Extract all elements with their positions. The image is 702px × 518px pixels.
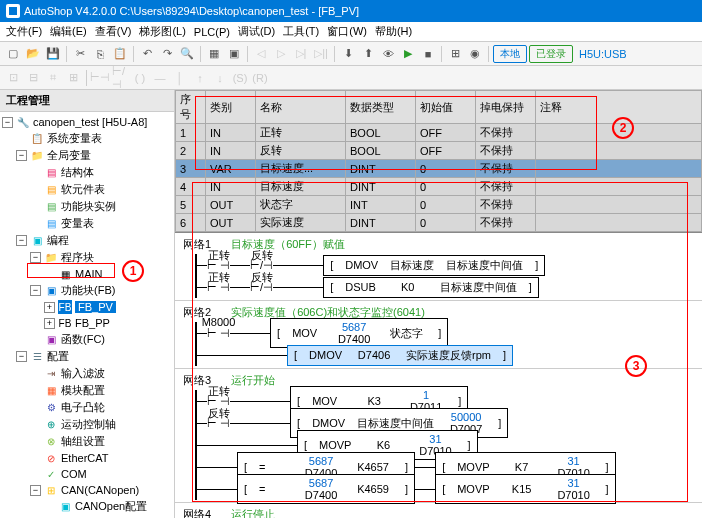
tree-struct[interactable]: ▤结构体 [0,164,174,181]
tree-soft[interactable]: ▤软元件表 [0,181,174,198]
menu-debug[interactable]: 调试(D) [238,24,275,39]
coil-icon[interactable]: ( ) [131,69,149,87]
rising-icon[interactable]: ↑ [191,69,209,87]
menu-edit[interactable]: 编辑(E) [50,24,87,39]
tree-main[interactable]: ▦MAIN [0,266,174,282]
tree-root[interactable]: −🔧canopen_test [H5U-A8] [0,114,174,130]
paste-icon[interactable]: 📋 [111,45,129,63]
tree-ethercat[interactable]: ⊘EtherCAT [0,450,174,466]
tree-progblk[interactable]: −📁程序块 [0,249,174,266]
menu-help[interactable]: 帮助(H) [375,24,412,39]
table-row[interactable]: 6OUT实际速度DINT0不保持 [176,214,702,232]
table-row[interactable]: 1IN正转BOOLOFF不保持 [176,124,702,142]
falling-icon[interactable]: ↓ [211,69,229,87]
table-row[interactable]: 5OUT状态字INT0不保持 [176,196,702,214]
table-row-selected[interactable]: 3VAR目标速度...DINT0不保持 [176,160,702,178]
open-icon[interactable]: 📂 [24,45,42,63]
build-icon[interactable]: ▣ [225,45,243,63]
tree-ecam[interactable]: ⚙电子凸轮 [0,399,174,416]
tree-fbpv[interactable]: +FBFB_PV [0,299,174,315]
tb2-2[interactable]: ⊟ [24,69,42,87]
col-class[interactable]: 类别 [206,91,256,124]
grid-icon[interactable]: ⊞ [446,45,464,63]
contact-nc[interactable]: 反转⊢/⊣ [250,281,273,294]
next-icon[interactable]: ▷ [272,45,290,63]
instr-dsub[interactable]: [DSUBK0目标速度中间值] [323,277,539,298]
find-icon[interactable]: 🔍 [178,45,196,63]
compare-instr[interactable]: [=5687D7400K4659] [237,474,415,504]
tree-motion[interactable]: ⊕运动控制轴 [0,416,174,433]
tree-sysvars[interactable]: 📋系统变量表 [0,130,174,147]
menu-ladder[interactable]: 梯形图(L) [139,24,185,39]
instr-dmov-highlighted[interactable]: [DMOVD7406实际速度反馈rpm] [287,345,513,366]
ladder-editor[interactable]: 网络1目标速度（60FF）赋值 正转⊢ ⊣反转⊢/⊣[DMOV目标速度目标速度中… [175,233,702,518]
local-pill[interactable]: 本地 [493,45,527,63]
tree-global[interactable]: −📁全局变量 [0,147,174,164]
tb2-3[interactable]: ⌗ [44,69,62,87]
save-icon[interactable]: 💾 [44,45,62,63]
set-icon[interactable]: (S) [231,69,249,87]
tree-vartab[interactable]: ▤变量表 [0,215,174,232]
cut-icon[interactable]: ✂ [71,45,89,63]
instr[interactable]: [MOVPK1531D7010] [435,474,616,504]
tree-cfg[interactable]: −☰配置 [0,348,174,365]
new-icon[interactable]: ▢ [4,45,22,63]
copy-icon[interactable]: ⎘ [91,45,109,63]
instr-dmov[interactable]: [DMOV目标速度目标速度中间值] [323,255,545,276]
contact[interactable]: M8000⊢ ⊣ [207,327,230,340]
redo-icon[interactable]: ↷ [158,45,176,63]
contact[interactable]: 反转⊢ ⊣ [207,417,230,430]
watch-icon[interactable]: ◉ [466,45,484,63]
tree-fbinst[interactable]: ▤功能块实例 [0,198,174,215]
menu-plc[interactable]: PLC(P) [194,26,230,38]
menu-view[interactable]: 查看(V) [95,24,132,39]
col-init[interactable]: 初始值 [416,91,476,124]
tree-com[interactable]: ✓COM [0,466,174,482]
tree-fc[interactable]: ▣函数(FC) [0,331,174,348]
logged-pill[interactable]: 已登录 [529,45,573,63]
tb2-4[interactable]: ⊞ [64,69,82,87]
contact-no-icon[interactable]: ⊢⊣ [91,69,109,87]
compile-icon[interactable]: ▦ [205,45,223,63]
prev-icon[interactable]: ◁ [252,45,270,63]
network-4[interactable]: 网络4运行停止 正转⊢/⊣反转⊢/⊣[MOVPK631D7010] [175,503,702,518]
col-comment[interactable]: 注释 [536,91,702,124]
vline-icon[interactable]: │ [171,69,189,87]
run-icon[interactable]: ▶ [399,45,417,63]
skip-icon[interactable]: ▷| [292,45,310,63]
hline-icon[interactable]: — [151,69,169,87]
menu-window[interactable]: 窗口(W) [327,24,367,39]
tree-axiscfg[interactable]: ⊗轴组设置 [0,433,174,450]
project-tree[interactable]: −🔧canopen_test [H5U-A8] 📋系统变量表 −📁全局变量 ▤结… [0,112,174,518]
network-1[interactable]: 网络1目标速度（60FF）赋值 正转⊢ ⊣反转⊢/⊣[DMOV目标速度目标速度中… [175,233,702,301]
contact-nc-icon[interactable]: ⊢/⊣ [111,69,129,87]
tb2-1[interactable]: ⊡ [4,69,22,87]
tree-prog[interactable]: −▣编程 [0,232,174,249]
col-name[interactable]: 名称 [256,91,346,124]
end-icon[interactable]: ▷|| [312,45,330,63]
menu-file[interactable]: 文件(F) [6,24,42,39]
undo-icon[interactable]: ↶ [138,45,156,63]
contact[interactable]: 正转⊢ ⊣ [207,281,230,294]
reset-icon[interactable]: (R) [251,69,269,87]
table-row[interactable]: 2IN反转BOOLOFF不保持 [176,142,702,160]
col-num[interactable]: 序号 [176,91,206,124]
network-3[interactable]: 网络3运行开始 正转⊢ ⊣[MOVK31D7011] 反转⊢ ⊣[DMOV目标速… [175,369,702,503]
menu-tools[interactable]: 工具(T) [283,24,319,39]
tree-modcfg[interactable]: ▦模块配置 [0,382,174,399]
variable-table[interactable]: 序号 类别 名称 数据类型 初始值 掉电保持 注释 1IN正转BOOLOFF不保… [175,90,702,233]
network-2[interactable]: 网络2实际速度值（606C)和状态字监控(6041) M8000⊢ ⊣[MOV5… [175,301,702,369]
tree-inflt[interactable]: ⇥输入滤波 [0,365,174,382]
table-row[interactable]: 4IN目标速度DINT0不保持 [176,178,702,196]
tree-fbpp[interactable]: +FBFB_PP [0,315,174,331]
col-retain[interactable]: 掉电保持 [476,91,536,124]
download-icon[interactable]: ⬇ [339,45,357,63]
tree-can[interactable]: −⊞CAN(CANopen) [0,482,174,498]
tree-canopen[interactable]: ▣CANOpen配置 [0,498,174,515]
tree-fb[interactable]: −▣功能块(FB) [0,282,174,299]
monitor-icon[interactable]: 👁 [379,45,397,63]
col-type[interactable]: 数据类型 [346,91,416,124]
app-icon [6,4,20,18]
stop-icon[interactable]: ■ [419,45,437,63]
upload-icon[interactable]: ⬆ [359,45,377,63]
